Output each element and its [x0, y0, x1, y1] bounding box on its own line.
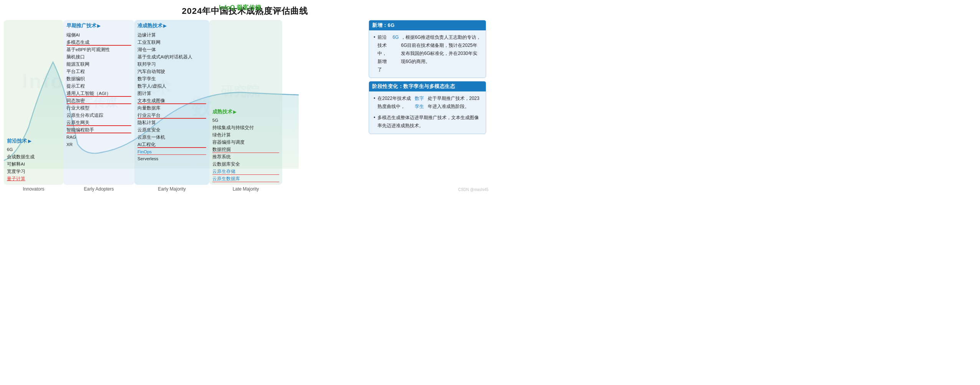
list-item: 云原生网关	[66, 119, 131, 126]
list-item: 行业云平台	[137, 112, 206, 119]
list-item: 图计算	[137, 90, 206, 97]
list-item: XR	[66, 141, 131, 148]
list-item: 工业互联网	[137, 39, 206, 46]
infoq-logo: InfoQ 极客传媒	[219, 4, 261, 12]
list-item: 云原生分布式追踪	[66, 112, 131, 119]
list-item: 同态加密	[66, 97, 131, 105]
label-early-adopters: Early Adopters	[63, 186, 134, 192]
list-item: RAG	[66, 134, 131, 141]
list-item: 向量数据库	[137, 105, 206, 112]
spacer-innovators	[7, 22, 60, 115]
list-item: 云原生一体机	[137, 134, 206, 141]
early-adopters-title: 早期推广技术 ▶	[66, 22, 131, 29]
list-item: 智能编程助手	[66, 126, 131, 134]
early-adopters-list: 端侧AI 多模态生成 基于eBPF的可观测性 脑机接口 能源互联网 平台工程 数…	[66, 32, 131, 148]
bottom-labels: Innovators Early Adopters Early Majority…	[0, 185, 490, 192]
change-bullet-2: 多模态生成整体迈进早期推广技术，文本生成图像率先迈进准成熟技术。	[374, 114, 481, 130]
list-item: 湖仓一体	[137, 46, 206, 53]
list-item: 云原生数据库	[212, 175, 279, 183]
list-item: 多模态生成	[66, 39, 131, 46]
info-box-change: 阶段性变化：数字孪生与多模态生态 在2022年技术成熟度曲线中，数字孪生处于早期…	[369, 81, 486, 134]
list-item: 脑机接口	[66, 53, 131, 61]
info-box-change-content: 在2022年技术成熟度曲线中，数字孪生处于早期推广技术，2023年进入准成熟阶段…	[374, 95, 481, 130]
csdn-mark: CSDN @mashi45	[458, 188, 488, 192]
list-item: Serverless	[137, 155, 206, 163]
list-item: 容器编排与调度	[212, 139, 279, 146]
list-item: 汽车自动驾驶	[137, 68, 206, 75]
label-late-majority: Late Majority	[209, 186, 282, 192]
list-item: 云原生存储	[212, 168, 279, 175]
list-item: 持续集成与持续交付	[212, 124, 279, 131]
info-box-change-title: 阶段性变化：数字孪生与多模态生态	[369, 81, 486, 91]
list-item: 6G	[7, 146, 60, 153]
label-innovators: Innovators	[4, 186, 63, 192]
list-item: 数据编织	[66, 75, 131, 83]
list-item: 合成数据生成	[7, 153, 60, 161]
list-item: AI工程化	[137, 141, 206, 148]
list-item: 云原生安全	[137, 126, 206, 134]
content-area: InfoQ 极客传媒 技术 数 研究院 前沿技术 ▶ 6G 合成数据生成 可解释…	[0, 20, 490, 185]
list-item: 宽度学习	[7, 168, 60, 175]
list-item: 基于生成式AI的对话机器人	[137, 53, 206, 61]
innovators-list: 6G 合成数据生成 可解释AI 宽度学习 量子计算	[7, 146, 60, 183]
col-innovators: 前沿技术 ▶ 6G 合成数据生成 可解释AI 宽度学习 量子计算	[4, 20, 63, 185]
list-item: FinOps	[137, 148, 206, 156]
innovators-section-title: 前沿技术 ▶	[7, 138, 60, 144]
early-majority-title: 准成熟技术 ▶	[137, 22, 206, 29]
list-item: 数字人/虚拟人	[137, 83, 206, 90]
chart-section: InfoQ 极客传媒 技术 数 研究院 前沿技术 ▶ 6G 合成数据生成 可解释…	[4, 20, 365, 185]
late-majority-title: 成熟技术 ▶	[212, 108, 279, 115]
highlight-digital-twin: 数字孪生	[415, 95, 425, 111]
infoq-text: InfoQ	[219, 4, 235, 11]
info-box-6g-content: 前沿技术中，新增了6G，根据6G推进组负责人王志勤的专访，6G目前在技术储备期，…	[374, 33, 481, 74]
right-panel: 新增：6G 前沿技术中，新增了6G，根据6G推进组负责人王志勤的专访，6G目前在…	[367, 20, 486, 185]
late-majority-list: 5G 持续集成与持续交付 绿色计算 容器编排与调度 数据挖掘 推荐系统 云数据库…	[212, 117, 279, 183]
list-item: 隐私计算	[137, 119, 206, 126]
list-item: 能源互联网	[66, 61, 131, 68]
list-item: 文本生成图像	[137, 97, 206, 105]
list-item: 边缘计算	[137, 32, 206, 39]
list-item: 提示工程	[66, 83, 131, 90]
highlight-6g: 6G	[392, 33, 399, 74]
col-late-majority: 成熟技术 ▶ 5G 持续集成与持续交付 绿色计算 容器编排与调度 数据挖掘 推荐…	[209, 20, 282, 185]
list-item: 平台工程	[66, 68, 131, 75]
list-item: 可解释AI	[7, 161, 60, 168]
col-early-majority: 准成熟技术 ▶ 边缘计算 工业互联网 湖仓一体 基于生成式AI的对话机器人 联邦…	[134, 20, 209, 185]
info-box-6g: 新增：6G 前沿技术中，新增了6G，根据6G推进组负责人王志勤的专访，6G目前在…	[369, 20, 486, 78]
list-item: 云数据库安全	[212, 161, 279, 168]
spacer-late	[212, 22, 279, 108]
list-item: 数字孪生	[137, 75, 206, 83]
list-item: 通用人工智能（AGI）	[66, 90, 131, 97]
list-item: 绿色计算	[212, 131, 279, 139]
early-majority-list: 边缘计算 工业互联网 湖仓一体 基于生成式AI的对话机器人 联邦学习 汽车自动驾…	[137, 32, 206, 163]
info-box-6g-text: 前沿技术中，新增了6G，根据6G推进组负责人王志勤的专访，6G目前在技术储备期，…	[374, 33, 481, 74]
list-item: 5G	[212, 117, 279, 124]
info-box-6g-title: 新增：6G	[369, 20, 486, 30]
infoq-subtitle: 极客传媒	[237, 4, 261, 11]
label-early-majority: Early Majority	[134, 186, 209, 192]
col-early-adopters: 早期推广技术 ▶ 端侧AI 多模态生成 基于eBPF的可观测性 脑机接口 能源互…	[63, 20, 134, 185]
list-item: 基于eBPF的可观测性	[66, 46, 131, 53]
list-item: 端侧AI	[66, 32, 131, 39]
list-item: 联邦学习	[137, 61, 206, 68]
page-wrapper: 2024年中国技术成熟度评估曲线 InfoQ 极客传媒 InfoQ	[0, 0, 490, 192]
list-item: 推荐系统	[212, 153, 279, 161]
list-item: 行业大模型	[66, 105, 131, 112]
list-item: 数据挖掘	[212, 146, 279, 153]
list-item: 量子计算	[7, 175, 60, 183]
change-bullet-1: 在2022年技术成熟度曲线中，数字孪生处于早期推广技术，2023年进入准成熟阶段…	[374, 95, 481, 111]
